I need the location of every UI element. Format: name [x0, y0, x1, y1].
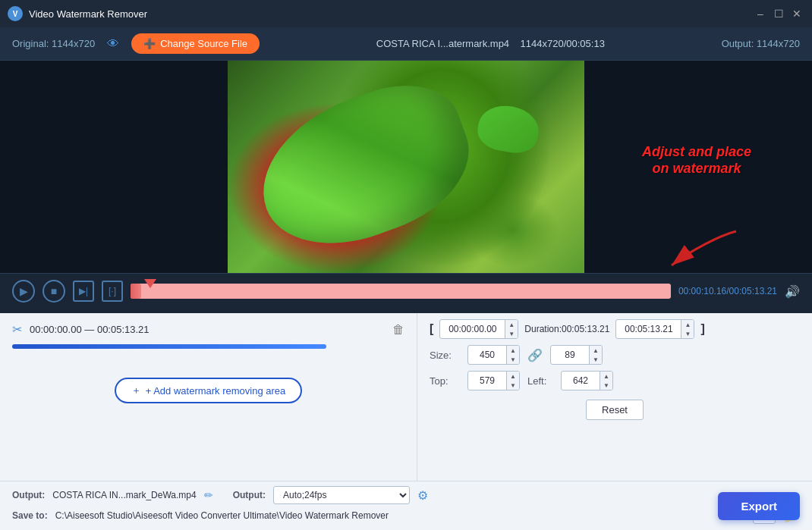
export-button[interactable]: Export — [718, 492, 800, 520]
end-time-down[interactable]: ▼ — [681, 329, 694, 338]
delete-icon[interactable]: 🗑 — [392, 323, 404, 337]
titlebar: V Video Watermark Remover – ☐ ✕ — [0, 0, 812, 27]
add-area-container: ＋ + Add watermark removing area — [12, 373, 404, 403]
header-bar: Original: 1144x720 👁 ➕ Change Source Fil… — [0, 27, 812, 61]
output-filename: COSTA RICA IN...mark_DeWa.mp4 — [52, 490, 196, 500]
top-input[interactable] — [468, 373, 506, 388]
width-spinners: ▲ ▼ — [506, 346, 519, 364]
end-time-input-group[interactable]: ▲ ▼ — [615, 319, 694, 339]
play-icon: ▶ — [20, 285, 28, 297]
start-time-up[interactable]: ▲ — [505, 320, 518, 329]
playback-controls: ▶ ■ ▶| [·] 00:00:10.16/00:05:13.21 🔊 — [12, 280, 800, 303]
settings-icon[interactable]: ⚙ — [417, 488, 428, 503]
height-up[interactable]: ▲ — [590, 346, 602, 355]
start-time-spinners: ▲ ▼ — [505, 320, 518, 338]
reset-button[interactable]: Reset — [586, 400, 644, 420]
app-logo: V — [8, 6, 23, 21]
clip-row: ✂ 00:00:00.00 — 00:05:13.21 🗑 — [12, 319, 404, 340]
save-to-label: Save to: — [12, 510, 48, 521]
next-frame-icon: ▶| — [79, 286, 88, 296]
height-down[interactable]: ▼ — [590, 355, 602, 364]
left-input-group[interactable]: ▲ ▼ — [561, 371, 613, 390]
clip-button[interactable]: [·] — [102, 281, 123, 302]
right-panel: [ ▲ ▼ Duration:00:05:13.21 ▲ ▼ ] Size: — [417, 313, 812, 481]
close-button[interactable]: ✕ — [789, 6, 804, 21]
scissors-icon: ✂ — [12, 322, 22, 337]
link-icon[interactable]: 🔗 — [527, 348, 543, 362]
stop-button[interactable]: ■ — [42, 280, 65, 303]
time-range-row: [ ▲ ▼ Duration:00:05:13.21 ▲ ▼ ] — [430, 319, 800, 339]
end-time-up[interactable]: ▲ — [681, 320, 694, 329]
file-info: COSTA RICA I...atermark.mp4 1144x720/00:… — [272, 38, 710, 49]
annotation-arrow — [660, 227, 751, 273]
start-time-input[interactable] — [440, 321, 505, 337]
clip-time-range: 00:00:00.00 — 00:05:13.21 — [30, 324, 385, 335]
minimize-button[interactable]: – — [753, 6, 768, 21]
position-row: Top: ▲ ▼ Left: ▲ ▼ — [430, 371, 800, 390]
plus-circle-icon: ＋ — [131, 384, 141, 397]
next-frame-button[interactable]: ▶| — [73, 281, 94, 302]
annotation-text: Adjust and place on watermark — [642, 144, 751, 177]
left-panel: ✂ 00:00:00.00 — 00:05:13.21 🗑 ＋ + Add wa… — [0, 313, 417, 481]
output-file-label: Output: — [12, 490, 45, 500]
width-input-group[interactable]: ▲ ▼ — [467, 345, 520, 365]
bracket-close: ] — [700, 322, 704, 336]
save-path-display: C:\Aiseesoft Studio\Aiseesoft Video Conv… — [55, 510, 746, 521]
size-label: Size: — [430, 350, 460, 361]
play-button[interactable]: ▶ — [12, 280, 35, 303]
timeline-thumb[interactable] — [144, 279, 156, 288]
top-up[interactable]: ▲ — [507, 372, 519, 381]
eye-icon[interactable]: 👁 — [107, 37, 119, 51]
output-format-label: Output: — [233, 490, 266, 500]
clip-icon: [·] — [109, 286, 116, 296]
reset-container: Reset — [430, 400, 800, 420]
time-display: 00:00:10.16/00:05:13.21 — [678, 286, 777, 296]
change-source-button[interactable]: ➕ Change Source File — [131, 33, 260, 54]
output-format-select[interactable]: Auto;24fps — [273, 486, 410, 504]
clip-timeline-bar — [12, 344, 326, 349]
left-spinners: ▲ ▼ — [600, 372, 612, 390]
height-input-group[interactable]: ▲ ▼ — [550, 345, 603, 365]
window-controls: – ☐ ✕ — [753, 6, 804, 21]
add-watermark-area-button[interactable]: ＋ + Add watermark removing area — [115, 378, 303, 403]
left-down[interactable]: ▼ — [600, 381, 612, 390]
footer: Output: COSTA RICA IN...mark_DeWa.mp4 ✏ … — [0, 481, 812, 530]
output-resolution-label: Output: 1144x720 — [722, 38, 800, 49]
width-input[interactable] — [468, 347, 506, 362]
timeline-area: ▶ ■ ▶| [·] 00:00:10.16/00:05:13.21 🔊 — [0, 273, 812, 313]
size-row: Size: ▲ ▼ 🔗 ▲ ▼ — [430, 345, 800, 365]
edit-filename-icon[interactable]: ✏ — [204, 489, 213, 501]
timeline-bar[interactable] — [131, 284, 671, 299]
top-down[interactable]: ▼ — [507, 381, 519, 390]
top-spinners: ▲ ▼ — [506, 372, 519, 390]
width-up[interactable]: ▲ — [507, 346, 519, 355]
maximize-button[interactable]: ☐ — [771, 6, 786, 21]
start-time-input-group[interactable]: ▲ ▼ — [439, 319, 518, 339]
top-input-group[interactable]: ▲ ▼ — [467, 371, 520, 390]
start-time-down[interactable]: ▼ — [505, 329, 518, 338]
height-input[interactable] — [551, 347, 589, 362]
height-spinners: ▲ ▼ — [589, 346, 602, 364]
top-label: Top: — [430, 375, 460, 387]
main-content: ✂ 00:00:00.00 — 00:05:13.21 🗑 ＋ + Add wa… — [0, 313, 812, 481]
stop-icon: ■ — [51, 285, 57, 297]
plus-icon: ➕ — [143, 38, 156, 49]
video-area: Adjust and place on watermark 5 — [0, 61, 812, 273]
footer-output-row: Output: COSTA RICA IN...mark_DeWa.mp4 ✏ … — [12, 486, 800, 504]
video-thumbnail — [228, 61, 584, 273]
left-up[interactable]: ▲ — [600, 372, 612, 381]
left-input[interactable] — [562, 373, 600, 388]
app-title: Video Watermark Remover — [29, 8, 747, 20]
snake-head-decoration — [474, 102, 542, 157]
bracket-open: [ — [430, 322, 433, 336]
timeline-fill — [131, 284, 141, 299]
duration-label: Duration:00:05:13.21 — [524, 324, 609, 334]
volume-icon[interactable]: 🔊 — [785, 284, 800, 299]
snake-body-decoration — [241, 67, 488, 268]
spacer — [12, 353, 404, 368]
width-down[interactable]: ▼ — [507, 355, 519, 364]
original-resolution-label: Original: 1144x720 — [12, 38, 95, 49]
footer-savepath-row: Save to: C:\Aiseesoft Studio\Aiseesoft V… — [12, 507, 800, 524]
footer-wrapper: Output: COSTA RICA IN...mark_DeWa.mp4 ✏ … — [0, 481, 812, 530]
end-time-input[interactable] — [616, 321, 681, 337]
